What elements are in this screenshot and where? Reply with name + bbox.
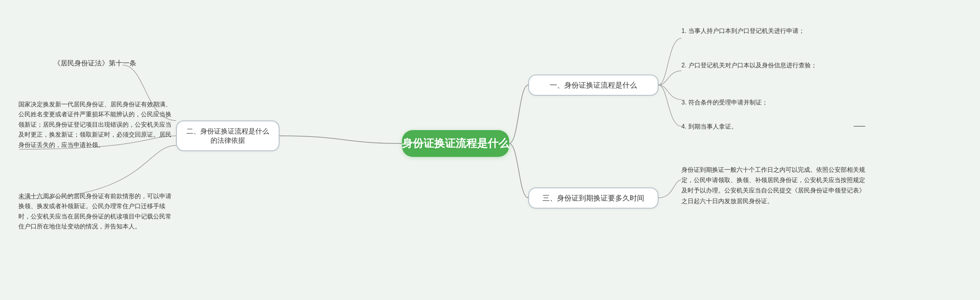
branch-node-2: 二、身份证换证流程是什么的法律依据 [176, 121, 279, 151]
leaf-branch2-content2: 未满十六周岁公民的居民身份证有前款情形的，可以申请换领、换发或者补领新证。公民办… [18, 191, 172, 232]
leaf-branch1-item1: 1. 当事人持户口本到户口登记机关进行申请； [681, 26, 805, 36]
leaf-branch1-item4: 4. 到期当事人拿证。 [681, 122, 737, 132]
leaf-branch1-item2: 2. 户口登记机关对户口本以及身份信息进行查验； [681, 60, 817, 70]
leaf-branch2-content1: 国家决定换发新一代居民身份证、居民身份证有效期满、公民姓名变更或者证件严重损坏不… [18, 99, 172, 150]
central-node: 身份证换证流程是什么 [402, 130, 509, 157]
branch-node-3: 三、身份证到期换证要多久时间 [528, 188, 658, 209]
mind-map: 身份证换证流程是什么 一、身份证换证流程是什么 二、身份证换证流程是什么的法律依… [0, 0, 980, 300]
leaf-branch2-title: 《居民身份证法》第十一条 [54, 57, 136, 69]
leaf-branch1-item3: 3. 符合条件的受理申请并制证； [681, 98, 768, 108]
branch-node-1: 一、身份证换证流程是什么 [528, 75, 658, 96]
leaf-branch3-content: 身份证到期换证一般六十个工作日之内可以完成。依照公安部相关规定，公民申请领取、换… [681, 165, 865, 206]
